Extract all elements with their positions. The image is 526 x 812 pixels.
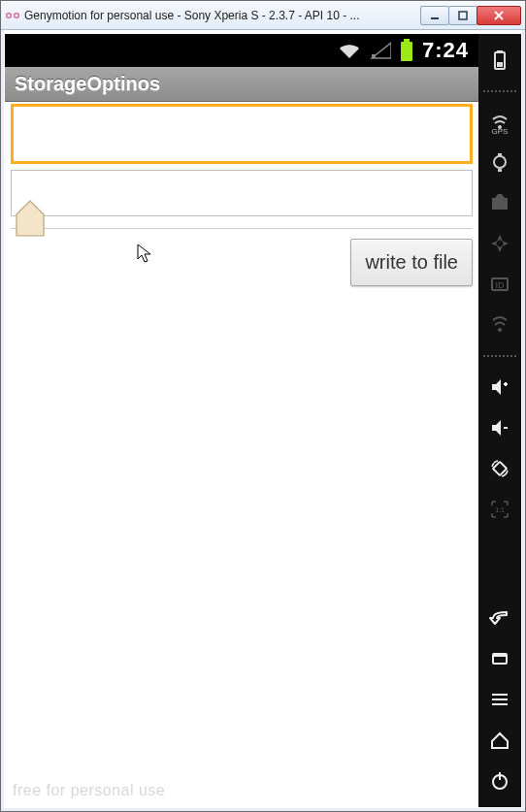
sidebar-separator — [483, 355, 516, 357]
sidebar-pixel-perfect-icon[interactable]: 1:1 — [485, 495, 514, 524]
watermark-text: free for personal use — [13, 782, 165, 799]
app-content: write to file free for personal use — [5, 102, 478, 807]
sidebar-camera-icon[interactable] — [485, 147, 514, 177]
genymotion-icon — [5, 8, 20, 23]
text-input-1[interactable] — [11, 104, 473, 164]
svg-marker-16 — [497, 235, 503, 242]
svg-rect-25 — [493, 462, 507, 475]
svg-rect-13 — [498, 169, 502, 172]
svg-text:ID: ID — [496, 280, 506, 290]
sidebar-capture-icon[interactable] — [485, 188, 514, 217]
svg-rect-14 — [492, 198, 508, 210]
android-statusbar: 7:24 — [5, 34, 478, 67]
window-titlebar: Genymotion for personal use - Sony Xperi… — [1, 1, 525, 30]
sidebar-rotate-icon[interactable] — [485, 454, 514, 483]
sidebar-menu-icon[interactable] — [485, 685, 514, 714]
svg-marker-23 — [492, 379, 501, 395]
battery-icon — [399, 39, 414, 62]
svg-rect-33 — [499, 772, 501, 780]
window-title: Genymotion for personal use - Sony Xperi… — [24, 9, 421, 22]
minimize-button[interactable] — [420, 6, 449, 25]
maximize-button[interactable] — [448, 6, 477, 25]
svg-marker-24 — [492, 420, 501, 436]
svg-marker-17 — [497, 245, 503, 252]
svg-rect-28 — [493, 654, 507, 657]
status-clock: 7:24 — [422, 38, 469, 63]
svg-rect-4 — [372, 54, 376, 58]
app-titlebar: StorageOptinos — [5, 67, 478, 102]
svg-marker-18 — [491, 241, 498, 246]
svg-rect-29 — [492, 694, 508, 696]
svg-point-1 — [15, 13, 19, 17]
svg-rect-5 — [404, 39, 410, 42]
svg-point-0 — [7, 13, 12, 17]
emulator-sidebar: GPS ID — [478, 34, 521, 807]
svg-rect-12 — [498, 153, 502, 157]
sidebar-gps-label: GPS — [492, 127, 509, 136]
phone-screen: 7:24 StorageOptinos write to file — [5, 34, 478, 807]
wifi-icon — [337, 41, 362, 60]
sidebar-power-icon[interactable] — [485, 766, 514, 796]
button-row: write to file — [11, 239, 473, 286]
sidebar-back-icon[interactable] — [485, 603, 514, 633]
close-button[interactable] — [477, 6, 521, 25]
svg-point-11 — [494, 156, 506, 168]
write-to-file-button[interactable]: write to file — [350, 239, 473, 286]
window-frame: Genymotion for personal use - Sony Xperi… — [0, 0, 526, 812]
divider — [11, 228, 473, 229]
svg-rect-3 — [459, 12, 467, 19]
svg-rect-2 — [431, 17, 439, 19]
signal-icon — [370, 41, 391, 60]
svg-text:1:1: 1:1 — [495, 506, 505, 513]
sidebar-separator — [483, 90, 516, 92]
app-title: StorageOptinos — [15, 73, 160, 95]
device-area: 7:24 StorageOptinos write to file — [5, 34, 521, 807]
sidebar-remote-icon[interactable] — [485, 229, 514, 258]
svg-point-22 — [498, 328, 502, 332]
svg-rect-31 — [492, 703, 508, 705]
sidebar-home-icon[interactable] — [485, 726, 514, 755]
svg-rect-9 — [497, 62, 503, 67]
svg-rect-30 — [492, 698, 508, 700]
sidebar-id-icon[interactable]: ID — [485, 270, 514, 299]
window-buttons — [421, 6, 521, 25]
sidebar-apps-icon[interactable] — [485, 644, 514, 673]
svg-rect-6 — [401, 42, 412, 61]
sidebar-battery-icon[interactable] — [485, 46, 514, 75]
svg-marker-15 — [495, 194, 505, 198]
sidebar-volume-down-icon[interactable] — [485, 413, 514, 442]
sidebar-network-icon[interactable] — [485, 310, 514, 340]
sidebar-volume-up-icon[interactable] — [485, 373, 514, 402]
svg-marker-19 — [502, 241, 509, 246]
text-input-2[interactable] — [11, 170, 473, 216]
